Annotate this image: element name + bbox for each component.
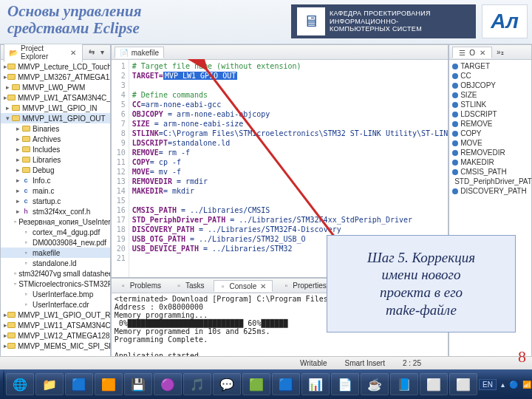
system-tray[interactable]: EN ▴ 🔵 📶 🔊 23:38 — [479, 379, 532, 390]
outline-item[interactable]: SIZE — [452, 90, 528, 100]
slide-title-line2: средствами Eclipse — [7, 19, 140, 37]
outline-item[interactable]: OBJCOPY — [452, 81, 528, 90]
tree-item[interactable]: ▸MMVP_LW1_ATSAM3N4C_LedDispl — [1, 92, 110, 103]
taskbar-app[interactable]: 📊 — [301, 373, 330, 395]
outline-item[interactable]: REMOVE — [452, 119, 528, 129]
taskbar-app[interactable]: 🟦 — [272, 373, 300, 395]
tree-item[interactable]: ▸MMVP_LW0_PWM — [1, 82, 110, 92]
editor-tabs: 📄 makefile — [112, 45, 448, 60]
outline-item[interactable]: MOVE — [452, 138, 528, 148]
tab-problems[interactable]: ▫Problems — [115, 281, 166, 291]
tree-item[interactable]: ▸MMVP_LW11_ATSAM3N4C_TftDisp — [1, 320, 110, 330]
outline-item[interactable]: STLINK — [452, 100, 528, 109]
tree-item[interactable]: ▸cInfo.c — [1, 175, 110, 185]
tree-item[interactable]: ▫STMicroelectronics-STM32F405f — [1, 279, 110, 289]
tree-item[interactable]: ▸Archives — [1, 134, 110, 144]
taskbar-app[interactable]: ☕ — [361, 373, 389, 395]
tree-item[interactable]: ▸MMVP_LW12_ATMEGA128_TftDispl — [1, 330, 110, 341]
tray-up-icon[interactable]: ▴ — [501, 381, 505, 389]
slide-title-line1: Основы управления — [7, 2, 141, 20]
status-insert: Smart Insert — [345, 359, 385, 367]
tab-makefile[interactable]: 📄 makefile — [115, 47, 164, 58]
taskbar-app[interactable]: 📄 — [331, 373, 359, 395]
tab-console[interactable]: ▫Console✕ — [214, 280, 273, 292]
taskbar-app[interactable]: 🟩 — [242, 373, 270, 395]
outline-item[interactable]: COPY — [452, 129, 528, 138]
pin-icon: ✕ — [69, 48, 78, 57]
project-tree[interactable]: ▸MMVP_Lecture_LCD_Touch_ARM_T▸MMVP_LM326… — [1, 60, 110, 369]
collapse-icon[interactable]: ⇆ — [87, 48, 96, 57]
taskbar-app[interactable]: 🌐 — [6, 373, 34, 395]
callout-text: Шаг 5. Коррекция имени нового проекта в … — [367, 249, 475, 319]
tree-item[interactable]: ▫UserInterface.cdr — [1, 299, 110, 310]
project-explorer-panel: 📂 Project Explorer ✕ ⇆ ▾ ▸MMVP_Lecture_L… — [0, 44, 111, 369]
tree-item[interactable]: ▸Includes — [1, 144, 110, 154]
menu-icon[interactable]: ▾ — [98, 48, 107, 57]
tree-item[interactable]: ▸MMVP_MEMS_MIC_SPI_SD_ARM_T — [1, 341, 110, 351]
tree-item[interactable]: ▸cstartup.c — [1, 196, 110, 206]
taskbar-app[interactable]: 🟣 — [154, 373, 182, 395]
outline-item[interactable]: STD_PeriphDriver_PATH — [452, 177, 528, 186]
tab-outline[interactable]: ☰ O ✕ — [452, 47, 492, 58]
tree-item[interactable]: ▫DM00039084_new.pdf — [1, 237, 110, 248]
taskbar-app[interactable]: ⬜ — [449, 373, 477, 395]
explorer-tabs: 📂 Project Explorer ✕ ⇆ ▾ — [1, 45, 110, 60]
outline-item[interactable]: LDSCRIPT — [452, 109, 528, 119]
taskbar-app[interactable]: 📘 — [390, 373, 418, 395]
tree-item[interactable]: ▸Libraries — [1, 154, 110, 165]
slide-number: 8 — [518, 347, 526, 366]
taskbar-app[interactable]: 📁 — [35, 373, 64, 395]
line-gutter: 123456789101112131415161718192021 — [112, 60, 129, 277]
tray-net-icon[interactable]: 📶 — [522, 381, 531, 389]
tree-item[interactable]: ▸MMVP_Lecture_LCD_Touch_ARM_T — [1, 61, 110, 72]
tab-properties[interactable]: ▫Properties — [277, 281, 331, 291]
status-position: 2 : 25 — [403, 359, 421, 367]
tree-item[interactable]: ▫standalone.ld — [1, 258, 110, 268]
outline-tabs: ☰ O ✕ »₂ — [449, 45, 531, 60]
outline-item[interactable]: CMSIS_PATH — [452, 167, 528, 177]
step-callout: Шаг 5. Коррекция имени нового проекта в … — [327, 235, 516, 332]
file-icon: 📄 — [120, 48, 129, 57]
tree-item[interactable]: ▸hstm32f4xx_conf.h — [1, 206, 110, 216]
tree-item[interactable]: ▸Binaries — [1, 123, 110, 134]
tree-item[interactable]: ▫makefile — [1, 248, 110, 258]
tree-item[interactable]: ▫UserInterface.bmp — [1, 289, 110, 299]
close-icon[interactable]: ✕ — [478, 48, 487, 57]
outline-item[interactable]: MAKEDIR — [452, 157, 528, 167]
tree-item[interactable]: ▸MMVP_LW1_GPIO_OUT_REGS — [1, 310, 110, 320]
taskbar-app[interactable]: 🟧 — [95, 373, 123, 395]
tree-item[interactable]: ▸Debug — [1, 165, 110, 175]
department-badge: 🖥 КАФЕДРА ПРОЕКТИРОВАНИЯ ИНФОРМАЦИОННО- … — [291, 4, 476, 38]
tab-overflow[interactable]: »₂ — [497, 48, 504, 56]
status-writable: Writable — [300, 359, 327, 367]
language-indicator[interactable]: EN — [479, 379, 497, 390]
outline-item[interactable]: TARGET — [452, 61, 528, 71]
tree-item[interactable]: ▸MMVP_LW1_GPIO_IN — [1, 103, 110, 113]
explorer-icon: 📂 — [9, 48, 18, 57]
taskbar-app[interactable]: 💬 — [213, 373, 241, 395]
windows-taskbar[interactable]: 🌐📁🟦🟧💾🟣🎵💬🟩🟦📊📄☕📘⬜⬜ EN ▴ 🔵 📶 🔊 23:38 — [0, 369, 532, 399]
monitor-icon: 🖥 — [297, 7, 325, 35]
tree-item[interactable]: ▫cortex_m4_dgug.pdf — [1, 227, 110, 237]
tree-item[interactable]: ▸MMVP_LM3267_ATMEGA128 — [1, 72, 110, 82]
department-text: КАФЕДРА ПРОЕКТИРОВАНИЯ ИНФОРМАЦИОННО- КО… — [330, 10, 431, 33]
tab-tasks[interactable]: ▫Tasks — [170, 281, 209, 291]
tree-item[interactable]: ▫Резервная_копия_UseInterface — [1, 216, 110, 227]
tree-item[interactable]: ▾MMVP_LW1_GPIO_OUT — [1, 113, 110, 123]
tree-item[interactable]: ▫stm32f407vg small datasheet.pd — [1, 268, 110, 279]
tree-item[interactable]: ▸cmain.c — [1, 185, 110, 196]
university-logo: Ал — [482, 4, 528, 38]
outline-icon: ☰ — [457, 48, 466, 57]
taskbar-app[interactable]: 🎵 — [183, 373, 211, 395]
outline-item[interactable]: CC — [452, 71, 528, 81]
outline-item[interactable]: REMOVEDIR — [452, 148, 528, 157]
tray-flag-icon[interactable]: 🔵 — [509, 381, 518, 389]
taskbar-apps: 🌐📁🟦🟧💾🟣🎵💬🟩🟦📊📄☕📘⬜⬜ — [6, 373, 477, 395]
outline-item[interactable]: DISCOVERY_PATH — [452, 186, 528, 196]
taskbar-app[interactable]: 💾 — [124, 373, 152, 395]
taskbar-app[interactable]: 🟦 — [65, 373, 93, 395]
taskbar-app[interactable]: ⬜ — [420, 373, 448, 395]
start-button[interactable] — [3, 370, 4, 398]
status-bar: Writable Smart Insert 2 : 25 — [0, 356, 532, 369]
slide-title: Основы управления средствами Eclipse — [7, 3, 141, 37]
